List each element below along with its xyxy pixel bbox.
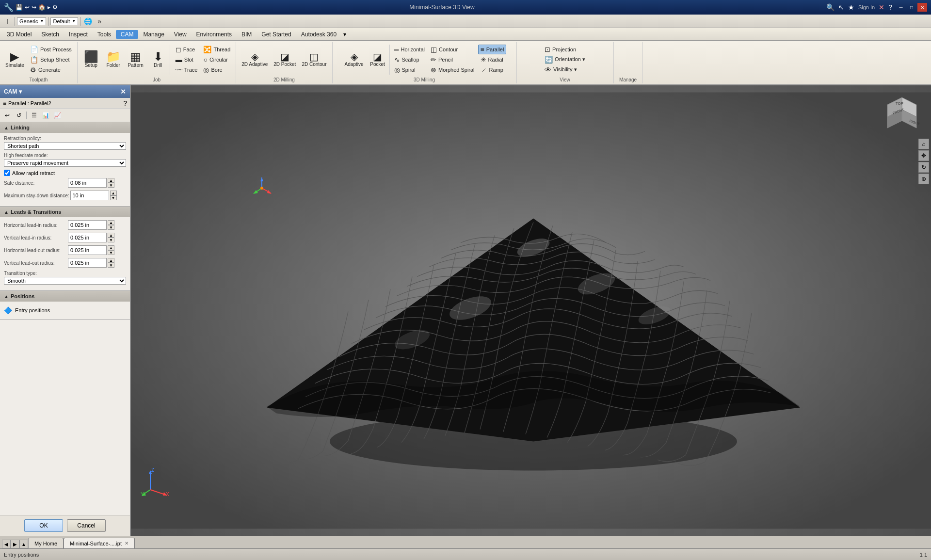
- menu-cam[interactable]: CAM: [116, 30, 139, 39]
- setup-button[interactable]: ⬛ Setup: [80, 44, 102, 75]
- nav-zoom-icon[interactable]: ⊕: [918, 174, 929, 184]
- post-process-button[interactable]: 📄 Post Process: [28, 45, 74, 54]
- tab-nav-left-icon[interactable]: ◀: [2, 540, 11, 548]
- cursor-icon[interactable]: ▸: [48, 4, 50, 11]
- radial-button[interactable]: ✳ Radial: [478, 55, 507, 64]
- 2d-adaptive-button[interactable]: ◈ 2D Adaptive: [239, 44, 270, 75]
- projection-button[interactable]: ⊡ Projection: [542, 45, 588, 54]
- menu-manage[interactable]: Manage: [138, 30, 169, 39]
- safe-distance-down-icon[interactable]: ▼: [108, 183, 114, 188]
- folder-button[interactable]: 📁 Folder: [103, 44, 124, 75]
- star-icon[interactable]: ★: [848, 3, 854, 11]
- bore-button[interactable]: ◎ Bore: [201, 65, 233, 75]
- max-stay-down-input[interactable]: 10 in: [70, 191, 109, 200]
- ptb-list-icon[interactable]: ☰: [29, 110, 39, 121]
- thread-button[interactable]: 🔀 Thread: [201, 45, 233, 54]
- tab-my-home[interactable]: My Home: [28, 538, 64, 548]
- ptb-graph-icon[interactable]: 📈: [52, 110, 63, 121]
- ptb-back-icon[interactable]: ↩: [2, 110, 13, 121]
- undo-icon[interactable]: ↩: [25, 4, 30, 11]
- h-lead-out-up-icon[interactable]: ▲: [108, 245, 114, 250]
- spiral-button[interactable]: ◎ Spiral: [392, 65, 427, 75]
- face-button[interactable]: ◻ Face: [173, 45, 200, 54]
- nav-orbit-icon[interactable]: ↻: [918, 162, 929, 173]
- close-button[interactable]: ✕: [917, 3, 927, 12]
- setup-sheet-button[interactable]: 📋 Setup Sheet: [28, 55, 74, 64]
- generic-dropdown[interactable]: Generic ▼: [17, 17, 46, 25]
- redo-icon[interactable]: ↪: [32, 4, 36, 11]
- linking-section-header[interactable]: ▲ Linking: [0, 122, 130, 133]
- ok-button[interactable]: OK: [24, 519, 63, 532]
- globe-icon[interactable]: 🌐: [82, 16, 93, 27]
- quick-save-icon[interactable]: 💾: [16, 4, 23, 11]
- h-lead-out-input[interactable]: [68, 245, 107, 255]
- qa-icon[interactable]: I: [2, 16, 13, 27]
- max-stay-down-down-icon[interactable]: ▼: [110, 195, 117, 200]
- positions-section-header[interactable]: ▲ Positions: [0, 291, 130, 302]
- safe-distance-up-icon[interactable]: ▲: [108, 178, 114, 183]
- h-lead-in-down-icon[interactable]: ▼: [108, 225, 114, 230]
- ptb-chart-icon[interactable]: 📊: [40, 110, 51, 121]
- sign-in-button[interactable]: Sign In: [858, 4, 875, 10]
- v-lead-in-up-icon[interactable]: ▲: [108, 233, 114, 238]
- 2d-contour-button[interactable]: ◫ 2D Contour: [299, 44, 329, 75]
- h-lead-out-down-icon[interactable]: ▼: [108, 250, 114, 255]
- v-lead-out-input[interactable]: [68, 258, 107, 268]
- simulate-button[interactable]: ▶ Simulate: [3, 44, 27, 75]
- v-lead-out-down-icon[interactable]: ▼: [108, 263, 114, 268]
- max-stay-down-up-icon[interactable]: ▲: [110, 191, 117, 195]
- viewport[interactable]: Z X Y: [131, 85, 931, 536]
- tab-nav-expand-icon[interactable]: ▲: [19, 540, 28, 548]
- 2d-pocket-button[interactable]: ◪ 2D Pocket: [271, 44, 298, 75]
- cancel-button[interactable]: Cancel: [67, 519, 106, 532]
- menu-bim[interactable]: BIM: [237, 30, 257, 39]
- maximize-button[interactable]: □: [907, 3, 916, 12]
- viewcube[interactable]: TOP FRONT RIGHT: [883, 95, 921, 134]
- adaptive-button[interactable]: ◈ Adaptive: [342, 44, 366, 75]
- cursor2-icon[interactable]: ↖: [838, 3, 844, 11]
- ramp-button[interactable]: ⟋ Ramp: [478, 65, 507, 75]
- allow-rapid-retract-checkbox[interactable]: [4, 170, 10, 176]
- ptb-redo-icon[interactable]: ↺: [14, 110, 24, 121]
- drill-button[interactable]: ⬇ Drill: [147, 44, 169, 75]
- parallel-button[interactable]: ≡ Parallel: [478, 45, 507, 54]
- tab-close-icon[interactable]: ✕: [125, 541, 128, 546]
- slot-button[interactable]: ▬ Slot: [173, 55, 200, 64]
- nav-pan-icon[interactable]: ✥: [918, 150, 929, 161]
- menu-3dmodel[interactable]: 3D Model: [2, 30, 36, 39]
- menu-inspect[interactable]: Inspect: [64, 30, 93, 39]
- home-icon[interactable]: 🏠: [38, 4, 46, 11]
- menu-tools[interactable]: Tools: [93, 30, 116, 39]
- tab-minimal-surface[interactable]: Minimal-Surface-....ipt ✕: [64, 538, 135, 548]
- scallop-button[interactable]: ∿ Scallop: [392, 55, 427, 64]
- orientation-button[interactable]: 🔄 Orientation ▾: [542, 55, 588, 64]
- pocket-button[interactable]: ◪ Pocket: [367, 44, 388, 75]
- morphed-spiral-button[interactable]: ⊛ Morphed Spiral: [428, 65, 477, 75]
- contour-button[interactable]: ◫ Contour: [428, 45, 477, 54]
- circular-button[interactable]: ○ Circular: [201, 55, 233, 64]
- search-icon[interactable]: 🔍: [826, 3, 835, 11]
- nav-home-icon[interactable]: ⌂: [918, 139, 929, 149]
- horizontal-button[interactable]: ═ Horizontal: [392, 45, 427, 54]
- v-lead-in-down-icon[interactable]: ▼: [108, 238, 114, 242]
- menu-view[interactable]: View: [169, 30, 192, 39]
- qa-more-icon[interactable]: »: [94, 16, 105, 27]
- settings-icon[interactable]: ⚙: [52, 4, 58, 11]
- panel-help-icon[interactable]: ?: [123, 99, 127, 107]
- generate-button[interactable]: ⚙ Generate: [28, 65, 74, 75]
- entry-positions-row[interactable]: 🔷 Entry positions: [4, 304, 126, 316]
- panel-close-icon[interactable]: ✕: [120, 88, 126, 96]
- pencil-button[interactable]: ✏ Pencil: [428, 55, 477, 64]
- menu-environments[interactable]: Environments: [192, 30, 237, 39]
- help-icon[interactable]: ?: [888, 3, 892, 11]
- v-lead-out-up-icon[interactable]: ▲: [108, 258, 114, 263]
- safe-distance-input[interactable]: 0.08 in: [68, 178, 107, 188]
- high-feedrate-select[interactable]: Preserve rapid movement Allow rapid retr…: [4, 159, 126, 167]
- visibility-button[interactable]: 👁 Visibility ▾: [542, 65, 588, 75]
- menu-autodesk360[interactable]: Autodesk 360: [296, 30, 341, 39]
- transition-type-select[interactable]: Smooth Sharp: [4, 277, 126, 285]
- pattern-button[interactable]: ▦ Pattern: [125, 44, 146, 75]
- menu-more-icon[interactable]: ▾: [343, 31, 346, 38]
- tab-nav-right-icon[interactable]: ▶: [11, 540, 19, 548]
- minimize-button[interactable]: ─: [896, 3, 906, 12]
